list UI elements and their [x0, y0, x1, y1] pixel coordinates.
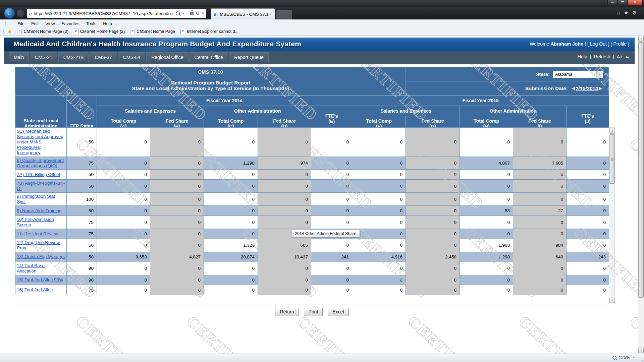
- value-cell: 0: [311, 193, 352, 206]
- nav-tab-cms37[interactable]: CMS-37: [90, 52, 117, 62]
- menu-view[interactable]: View: [42, 21, 58, 26]
- print-button[interactable]: Print: [304, 308, 323, 316]
- next-date-icon[interactable]: ▶: [599, 85, 602, 91]
- readonly-fed-share-cell: 0: [258, 193, 311, 206]
- state-select[interactable]: Alabama ▼: [553, 71, 603, 78]
- table-row: 13) Outsta Elig Workers509,6534,82720,87…: [15, 252, 609, 262]
- back-button[interactable]: ←: [4, 8, 15, 19]
- user-name: Abraham John: [550, 41, 583, 47]
- row-label-cell: 5C) Mechanized Systems, not Approved und…: [15, 128, 67, 157]
- nav-tab-cms21[interactable]: CMS-21: [30, 52, 57, 62]
- window-scroll-up-icon[interactable]: ▲: [638, 36, 644, 42]
- logout-link[interactable]: Log Out: [590, 41, 607, 47]
- value-cell: 0: [311, 239, 352, 252]
- readonly-fed-share-cell: 0: [406, 193, 460, 206]
- row-label-link[interactable]: 10) Pre-Admission Screen: [17, 217, 54, 227]
- table-scrollbar-thumb[interactable]: [609, 134, 615, 184]
- row-label-link[interactable]: 5C) Mechanized Systems, not Approved und…: [17, 129, 63, 155]
- row-label-cell: 13) Outsta Elig Workers: [15, 252, 67, 262]
- new-tab-stub[interactable]: [276, 10, 292, 19]
- zoom-caret-icon[interactable]: ▼: [633, 356, 635, 359]
- menu-favorites[interactable]: Favorites: [58, 21, 83, 26]
- favorite-item[interactable]: e CMSnet Home Page (3): [14, 29, 71, 34]
- menu-tools[interactable]: Tools: [83, 21, 100, 26]
- menu-help[interactable]: Help: [100, 21, 115, 26]
- readonly-fed-share-cell: 27: [513, 206, 567, 216]
- favorite-item[interactable]: e CMSnet Home Page (2): [71, 29, 127, 34]
- row-label-link[interactable]: 6) Quality Improvement Organizations (QI…: [17, 158, 64, 168]
- address-separator: [187, 10, 187, 17]
- table-scrollbar[interactable]: ▲ ▼: [609, 127, 615, 304]
- favorites-drag-handle: [3, 29, 4, 34]
- return-button[interactable]: Return: [275, 308, 299, 316]
- favorite-item[interactable]: e CMSnet Home Page: [127, 29, 178, 34]
- favorite-item[interactable]: e Internet Explorer cannot d...: [178, 29, 241, 34]
- row-label-link[interactable]: 14) Tanf Base Allocation: [17, 263, 45, 274]
- nav-tab-central-office[interactable]: Central Office: [190, 52, 228, 62]
- maximize-button[interactable]: [618, 0, 627, 5]
- nav-tab-regional-office[interactable]: Regional Office: [146, 52, 188, 62]
- settings-gear-icon[interactable]: ⚙: [632, 10, 637, 16]
- refresh-page-icon[interactable]: ↻: [196, 11, 200, 16]
- value-cell: 0: [352, 262, 406, 275]
- value-cell: 0: [352, 128, 406, 157]
- address-dropdown-icon[interactable]: ▼: [182, 12, 184, 15]
- window-scrollbar-thumb[interactable]: [638, 42, 644, 298]
- readonly-fed-share-cell: 0: [406, 206, 460, 216]
- readonly-fed-share-cell: 0: [406, 239, 460, 252]
- nav-tab-report-queue[interactable]: Report Queue: [229, 52, 269, 62]
- browser-tab[interactable]: e MBES/CBES - CMS 37.10 ✕: [211, 8, 275, 19]
- refresh-link[interactable]: Refresh: [594, 54, 610, 59]
- value-cell: 0: [204, 262, 258, 275]
- stop-icon[interactable]: ✕: [202, 11, 205, 16]
- menu-edit[interactable]: Edit: [28, 21, 42, 26]
- row-label-link[interactable]: 9) Nurse Aide Training: [17, 208, 62, 213]
- readonly-fed-share-cell: 0: [513, 193, 567, 206]
- row-label-link[interactable]: 7A) TPL-Billing Offset: [17, 172, 60, 177]
- readonly-fed-share-cell: 649: [513, 252, 567, 262]
- help-link[interactable]: Help: [578, 54, 587, 59]
- nav-tab-cms21b[interactable]: CMS-21B: [58, 52, 89, 62]
- excel-button[interactable]: Excel: [328, 308, 348, 316]
- window-scroll-down-icon[interactable]: ▼: [638, 348, 644, 353]
- value-cell: 0: [567, 285, 609, 295]
- tab-close-icon[interactable]: ✕: [269, 12, 272, 16]
- select-caret-icon[interactable]: ▼: [596, 71, 602, 77]
- prev-date-icon[interactable]: ◀: [572, 85, 575, 91]
- submission-date-link[interactable]: 2/15/2014: [576, 85, 598, 91]
- window-scrollbar[interactable]: ▲ ▼: [638, 36, 644, 354]
- add-favorite-icon[interactable]: ★: [7, 28, 12, 35]
- row-label-link[interactable]: 16) Tanf 2nd Alloc: [17, 287, 53, 292]
- address-bar[interactable]: e https://65.220.21.9/MBESCBES/CMS37/CMS…: [27, 9, 206, 18]
- action-buttons: Return Print Excel: [15, 308, 609, 316]
- row-label-link[interactable]: 11) Resident Review: [17, 231, 58, 236]
- search-icon[interactable]: [176, 11, 180, 15]
- nav-tab-cms64[interactable]: CMS-64: [118, 52, 145, 62]
- profile-link[interactable]: Profile: [613, 41, 627, 47]
- favorites-star-icon[interactable]: ★: [624, 10, 628, 16]
- value-cell: 0: [567, 229, 609, 239]
- value-cell: 0: [352, 229, 406, 239]
- forward-button[interactable]: →: [16, 9, 25, 18]
- font-increase-link[interactable]: A+: [617, 54, 623, 59]
- row-label-link[interactable]: 7B) Asgn-Of-Rights-Bill-Of: [17, 181, 65, 191]
- font-decrease-link[interactable]: A-: [626, 55, 630, 59]
- group-other-admin-2014: Other Administration: [204, 106, 311, 116]
- row-label-link[interactable]: 12) Drug Use Review Prog: [17, 240, 60, 250]
- nav-tab-main[interactable]: Main: [9, 52, 29, 62]
- row-label-link[interactable]: 15) Tanf 2nd Alloc 90%: [17, 277, 63, 282]
- row-label-link[interactable]: 8) Immigration Stat Syst: [17, 194, 55, 204]
- row-label-link[interactable]: 13) Outsta Elig Workers: [17, 254, 65, 259]
- url-input[interactable]: https://65.220.21.9/MBESCBES/CMS37/CMS37…: [34, 11, 174, 16]
- lock-icon: [190, 12, 194, 15]
- minimize-button[interactable]: —: [607, 0, 617, 5]
- table-scroll-down-icon[interactable]: ▼: [609, 298, 615, 303]
- zoom-control[interactable]: 125% ▼: [612, 355, 635, 360]
- resize-grip[interactable]: [642, 360, 643, 361]
- table-scroll-up-icon[interactable]: ▲: [609, 128, 615, 134]
- menu-file[interactable]: File: [14, 21, 28, 26]
- ffp-rate-cell: 50: [67, 206, 97, 216]
- readonly-fed-share-cell: 0: [513, 262, 567, 275]
- close-button[interactable]: ✕: [628, 0, 643, 5]
- home-icon[interactable]: ⌂: [617, 10, 620, 16]
